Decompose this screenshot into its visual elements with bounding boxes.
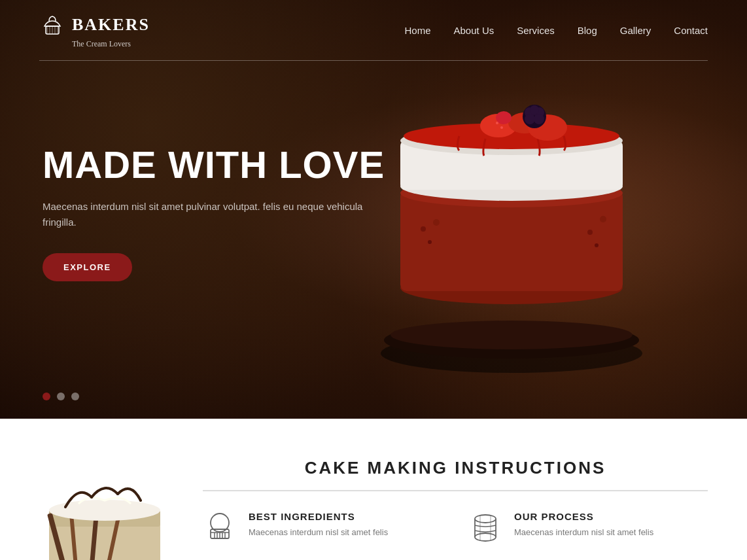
nav-about[interactable]: About Us <box>454 25 495 36</box>
nav-contact[interactable]: Contact <box>674 25 708 36</box>
svg-point-22 <box>530 105 539 114</box>
nav-services[interactable]: Services <box>517 25 555 36</box>
hero-subtitle: Maecenas interdum nisl sit amet pulvinar… <box>43 199 370 230</box>
chef-hat-icon <box>203 511 237 545</box>
logo-name: BAKERS <box>72 15 150 35</box>
logo-area: BAKERS The Cream Lovers <box>39 12 150 49</box>
svg-point-27 <box>500 126 503 129</box>
site-header: BAKERS The Cream Lovers Home About Us Se… <box>0 0 747 61</box>
features-grid: BEST INGREDIENTS Maecenas interdum nisl … <box>203 511 708 545</box>
nav-home[interactable]: Home <box>405 25 431 36</box>
svg-point-8 <box>391 321 633 349</box>
feature-title-process: OUR PROCESS <box>514 511 653 522</box>
cupcake-icon <box>39 12 65 38</box>
nav-gallery[interactable]: Gallery <box>620 25 651 36</box>
svg-point-33 <box>600 216 606 222</box>
feature-best-ingredients: BEST INGREDIENTS Maecenas interdum nisl … <box>203 511 442 545</box>
svg-point-28 <box>421 226 426 232</box>
section-title: CAKE MAKING INSTRUCTIONS <box>203 458 708 478</box>
slide-dots <box>43 393 79 400</box>
dot-3[interactable] <box>71 393 79 400</box>
section-divider <box>203 490 708 491</box>
nav-blog[interactable]: Blog <box>578 25 597 36</box>
svg-point-24 <box>534 114 544 124</box>
hero-content: MADE WITH LOVE Maecenas interdum nisl si… <box>43 144 385 281</box>
svg-point-30 <box>433 219 440 226</box>
logo-top: BAKERS <box>39 12 150 38</box>
logo-subtitle: The Cream Lovers <box>72 39 150 49</box>
barrel-icon <box>468 511 502 545</box>
bottom-section: CAKE MAKING INSTRUCTIONS BES <box>0 419 747 560</box>
svg-point-32 <box>595 243 599 247</box>
svg-point-51 <box>475 533 496 541</box>
feature-text-ingredients: BEST INGREDIENTS Maecenas interdum nisl … <box>249 511 388 539</box>
feature-our-process: OUR PROCESS Maecenas interdum nisl sit a… <box>468 511 708 545</box>
hero-section: BAKERS The Cream Lovers Home About Us Se… <box>0 0 747 419</box>
bottom-content: CAKE MAKING INSTRUCTIONS BES <box>203 458 708 560</box>
svg-point-29 <box>428 240 432 244</box>
hero-title: MADE WITH LOVE <box>43 144 385 186</box>
feature-desc-ingredients: Maecenas interdum nisl sit amet felis <box>249 526 388 539</box>
svg-rect-35 <box>49 523 160 560</box>
header-divider <box>39 60 708 61</box>
main-nav: Home About Us Services Blog Gallery Cont… <box>405 25 708 36</box>
dot-2[interactable] <box>57 393 65 400</box>
feature-desc-process: Maecenas interdum nisl sit amet felis <box>514 526 653 539</box>
feature-text-process: OUR PROCESS Maecenas interdum nisl sit a… <box>514 511 653 539</box>
bottom-cake-image <box>39 445 170 560</box>
svg-point-41 <box>49 500 160 521</box>
feature-title-ingredients: BEST INGREDIENTS <box>249 511 388 522</box>
svg-point-50 <box>475 515 496 523</box>
explore-button[interactable]: EXPLORE <box>43 253 132 281</box>
svg-point-31 <box>587 230 593 235</box>
svg-point-26 <box>496 122 498 124</box>
svg-point-23 <box>525 114 535 124</box>
dot-1[interactable] <box>43 393 50 400</box>
